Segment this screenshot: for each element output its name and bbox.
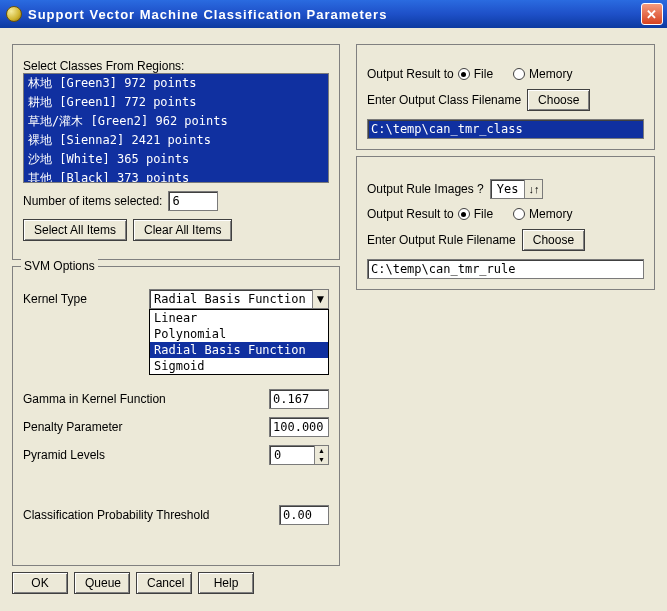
kernel-dropdown[interactable]: Linear Polynomial Radial Basis Function … [149,309,329,375]
ok-button[interactable]: OK [12,572,68,594]
kernel-option[interactable]: Sigmoid [150,358,328,374]
rule-toggle[interactable]: Yes ↓↑ [490,179,544,199]
gamma-input[interactable] [269,389,329,409]
list-item[interactable]: 草地/灌木 [Green2] 962 points [24,112,328,131]
spinner-down-icon[interactable]: ▼ [315,455,328,464]
toggle-arrows-icon[interactable]: ↓↑ [524,180,542,198]
class-filename-input[interactable] [367,119,644,139]
titlebar: Support Vector Machine Classification Pa… [0,0,667,28]
count-label: Number of items selected: [23,194,162,208]
rule-memory-label: Memory [529,207,572,221]
memory-label: Memory [529,67,572,81]
threshold-label: Classification Probability Threshold [23,508,210,522]
rule-filename-label: Enter Output Rule Filename [367,233,516,247]
list-item[interactable]: 其他 [Black] 373 points [24,169,328,183]
file-radio[interactable] [458,68,470,80]
memory-radio[interactable] [513,68,525,80]
output-rule-group: Output Rule Images ? Yes ↓↑ Output Resul… [356,156,655,290]
list-item[interactable]: 林地 [Green3] 972 points [24,74,328,93]
list-item[interactable]: 裸地 [Sienna2] 2421 points [24,131,328,150]
window-title: Support Vector Machine Classification Pa… [28,7,641,22]
kernel-option[interactable]: Polynomial [150,326,328,342]
kernel-option[interactable]: Radial Basis Function [150,342,328,358]
rule-result-label: Output Result to [367,207,454,221]
pyramid-spinner[interactable]: 0 ▲ ▼ [269,445,329,465]
output-result-label: Output Result to [367,67,454,81]
kernel-combo[interactable]: Radial Basis Function ▼ Linear Polynomia… [149,289,329,309]
penalty-input[interactable] [269,417,329,437]
count-input[interactable] [168,191,218,211]
output-class-group: Output Result to File Memory Enter Outpu… [356,44,655,150]
svm-legend: SVM Options [21,259,98,273]
kernel-value: Radial Basis Function [150,290,312,308]
threshold-input[interactable] [279,505,329,525]
pyramid-value: 0 [270,446,314,464]
close-icon: ✕ [646,7,658,22]
cancel-button[interactable]: Cancel [136,572,192,594]
app-icon [6,6,22,22]
class-filename-label: Enter Output Class Filename [367,93,521,107]
classes-label: Select Classes From Regions: [23,59,329,73]
list-item[interactable]: 沙地 [White] 365 points [24,150,328,169]
help-button[interactable]: Help [198,572,254,594]
choose-rule-file-button[interactable]: Choose [522,229,585,251]
rule-file-label: File [474,207,493,221]
gamma-label: Gamma in Kernel Function [23,392,166,406]
kernel-label: Kernel Type [23,292,87,306]
file-label: File [474,67,493,81]
classes-listbox[interactable]: 林地 [Green3] 972 points 耕地 [Green1] 772 p… [23,73,329,183]
rule-toggle-value: Yes [491,182,525,196]
clear-all-button[interactable]: Clear All Items [133,219,232,241]
close-button[interactable]: ✕ [641,3,663,25]
choose-class-file-button[interactable]: Choose [527,89,590,111]
rule-memory-radio[interactable] [513,208,525,220]
queue-button[interactable]: Queue [74,572,130,594]
dialog-buttons: OK Queue Cancel Help [12,572,340,594]
spinner-up-icon[interactable]: ▲ [315,446,328,455]
svm-options-group: SVM Options Kernel Type Radial Basis Fun… [12,266,340,566]
select-all-button[interactable]: Select All Items [23,219,127,241]
kernel-option[interactable]: Linear [150,310,328,326]
classes-group: Select Classes From Regions: 林地 [Green3]… [12,44,340,260]
rule-filename-input[interactable] [367,259,644,279]
list-item[interactable]: 耕地 [Green1] 772 points [24,93,328,112]
pyramid-label: Pyramid Levels [23,448,105,462]
rule-prompt: Output Rule Images ? [367,182,484,196]
rule-file-radio[interactable] [458,208,470,220]
chevron-down-icon[interactable]: ▼ [312,290,328,308]
penalty-label: Penalty Parameter [23,420,122,434]
